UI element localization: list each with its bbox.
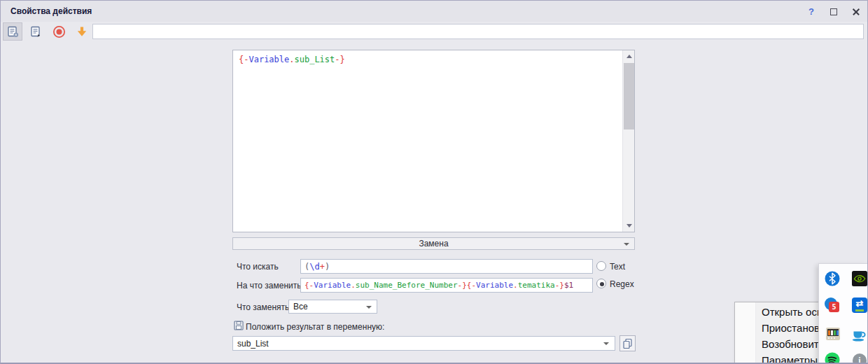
info-glyph: i bbox=[853, 354, 867, 364]
chevron-down-icon bbox=[603, 342, 609, 345]
mode-regex-radio[interactable] bbox=[596, 279, 606, 288]
scroll-up-icon[interactable] bbox=[623, 50, 635, 62]
bluetooth-icon[interactable] bbox=[824, 270, 841, 287]
document-gear-icon bbox=[7, 26, 19, 38]
arrow-down-icon bbox=[76, 25, 88, 38]
mode-text-label[interactable]: Text bbox=[610, 262, 625, 272]
menu-item-pause[interactable]: Приостанов bbox=[762, 320, 820, 336]
maximize-icon bbox=[830, 8, 837, 15]
title-bar: Свойства действия ? bbox=[1, 1, 868, 22]
scrollbar-thumb[interactable] bbox=[624, 63, 634, 130]
menu-item-resume[interactable]: Возобновит bbox=[762, 336, 819, 352]
result-variable-combo[interactable]: sub_List bbox=[232, 336, 615, 351]
text-processing-button[interactable] bbox=[3, 22, 22, 41]
chevron-down-icon bbox=[366, 306, 372, 309]
editor-scrollbar[interactable] bbox=[622, 50, 634, 232]
spotify-icon[interactable] bbox=[824, 351, 841, 364]
record-button[interactable] bbox=[49, 22, 69, 41]
result-variable-value: sub_List bbox=[237, 339, 269, 349]
record-icon bbox=[52, 25, 66, 38]
replace-label: На что заменить bbox=[237, 279, 301, 293]
search-input[interactable]: (\d+) bbox=[300, 259, 593, 274]
edit-list-button[interactable] bbox=[26, 22, 46, 41]
copy-icon bbox=[622, 338, 633, 349]
teamviewer-icon[interactable]: ⇄ bbox=[851, 297, 868, 314]
menu-item-settings[interactable]: Параметры bbox=[762, 352, 818, 364]
menu-item-open-main[interactable]: Открыть осн bbox=[762, 304, 822, 320]
notification-badge-icon[interactable]: 5 bbox=[824, 297, 841, 314]
mode-regex-label[interactable]: Regex bbox=[610, 279, 634, 289]
teacup-icon[interactable] bbox=[851, 326, 868, 342]
scroll-down-icon[interactable] bbox=[623, 220, 635, 232]
result-label: Положить результат в переменную: bbox=[246, 320, 384, 334]
scope-label: Что заменять bbox=[237, 300, 289, 314]
window-title: Свойства действия bbox=[10, 1, 92, 22]
source-text-editor[interactable]: {-Variable.sub_List-} bbox=[232, 50, 635, 232]
move-down-button[interactable] bbox=[72, 22, 92, 41]
copy-variable-button[interactable] bbox=[620, 335, 636, 351]
editor-content: {-Variable.sub_List-} bbox=[239, 55, 345, 64]
nvidia-icon[interactable] bbox=[851, 270, 868, 287]
mode-text-radio[interactable] bbox=[596, 261, 606, 271]
scope-value: Все bbox=[293, 302, 308, 312]
double-arrow-icon: ⇄ bbox=[852, 298, 867, 309]
screenshot-tool-icon[interactable] bbox=[825, 326, 841, 342]
maximize-button[interactable] bbox=[827, 6, 840, 18]
badge-count: 5 bbox=[829, 302, 839, 312]
scope-select[interactable]: Все bbox=[288, 300, 377, 314]
info-icon[interactable]: i bbox=[851, 352, 868, 364]
action-comment-input[interactable] bbox=[92, 24, 864, 39]
replace-input[interactable]: {-Variable.sub_Name_Before_Number-}{-Var… bbox=[300, 278, 593, 293]
system-tray-popup: 5 ⇄ bbox=[818, 263, 868, 364]
save-result-icon bbox=[234, 321, 244, 333]
document-edit-icon bbox=[30, 26, 42, 38]
search-label: Что искать bbox=[237, 260, 279, 274]
operation-value: Замена bbox=[419, 239, 448, 248]
menu-icon-gutter bbox=[735, 302, 756, 364]
help-button[interactable]: ? bbox=[805, 6, 818, 18]
action-properties-dialog: Свойства действия ? bbox=[0, 0, 868, 364]
close-button[interactable] bbox=[850, 6, 862, 18]
chevron-down-icon bbox=[624, 243, 629, 246]
operation-select[interactable]: Замена bbox=[232, 237, 635, 250]
